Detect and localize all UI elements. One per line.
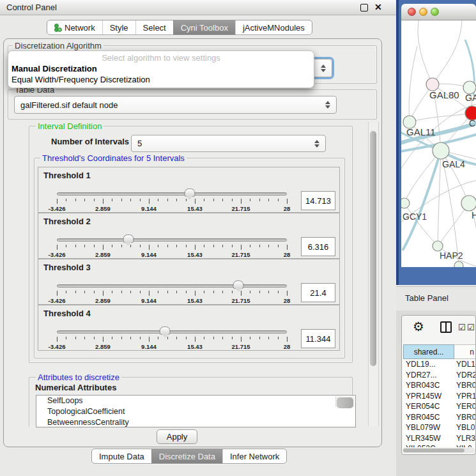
slider-track[interactable] (57, 238, 287, 242)
cell-name[interactable]: YBR0 (454, 412, 476, 423)
node-gal4[interactable] (433, 142, 449, 159)
table-data-combobox[interactable]: galFiltered.sif default node (14, 96, 337, 114)
cell-shared-name[interactable]: YIL052C (403, 443, 454, 447)
close-icon[interactable]: ✕ (374, 1, 382, 13)
zoom-traffic-light-icon[interactable] (431, 8, 439, 16)
tick-mark (140, 199, 141, 201)
cell-shared-name[interactable]: YPR145W (403, 391, 454, 402)
table-row[interactable]: YER054CYER0 (403, 401, 476, 412)
numerical-attributes-list[interactable]: SelfLoopsTopologicalCoefficientBetweenne… (36, 395, 356, 427)
cell-name[interactable]: YDR2 (454, 370, 476, 381)
slider-thumb[interactable] (184, 188, 195, 197)
node-gcy1[interactable] (401, 198, 410, 208)
attribute-list-item[interactable]: TopologicalCoefficient (36, 406, 355, 417)
tab-jactivemnodules[interactable]: jActiveMNodules (235, 20, 312, 35)
table-row[interactable]: YIL052CYIL0 (403, 443, 476, 447)
threshold-4-slider[interactable]: -3.4262.8599.14415.4321.71528 (57, 328, 287, 349)
tick-mark (158, 245, 158, 247)
threshold-3-value-field[interactable]: 21.4 (301, 283, 335, 302)
cell-name[interactable]: YBR0 (454, 380, 476, 391)
tick-mark (195, 199, 196, 204)
tab-style[interactable]: Style (102, 20, 135, 35)
cell-shared-name[interactable]: YER054C (403, 401, 454, 412)
network-window-titlebar[interactable] (401, 4, 476, 20)
list-scrollbar-thumb[interactable] (337, 397, 353, 408)
slider-thumb[interactable] (123, 234, 134, 243)
table-row[interactable]: YDL19...YDL1 (403, 359, 476, 370)
node-pink[interactable] (426, 78, 439, 91)
cell-shared-name[interactable]: YBR045C (403, 412, 454, 423)
threshold-1-slider[interactable]: -3.4262.8599.14415.4321.71528 (57, 190, 287, 211)
tick-mark (121, 199, 122, 201)
tick-mark (204, 199, 204, 201)
close-traffic-light-icon[interactable] (408, 8, 416, 16)
cell-name[interactable]: YDL1 (454, 359, 476, 370)
cell-shared-name[interactable]: YBL079W (403, 422, 454, 433)
cell-name[interactable]: YBL0 (454, 422, 476, 433)
node-right-h[interactable] (461, 196, 476, 211)
minimize-traffic-light-icon[interactable] (419, 8, 427, 16)
tick-mark (186, 291, 187, 293)
gear-icon[interactable]: ⚙ (413, 319, 424, 334)
number-of-intervals-combobox[interactable]: 5 (131, 135, 326, 152)
threshold-4-value-field[interactable]: 11.344 (301, 329, 335, 348)
float-window-icon[interactable] (360, 4, 368, 12)
attribute-list-item[interactable]: SelfLoops (36, 395, 355, 406)
cell-shared-name[interactable]: YLR345W (403, 433, 454, 444)
threshold-2-value-field[interactable]: 6.316 (301, 237, 335, 256)
tick-mark (278, 245, 279, 247)
tab-impute-data[interactable]: Impute Data (92, 449, 151, 463)
table-horizontal-scrollbar[interactable] (403, 448, 475, 453)
slider-thumb[interactable] (160, 326, 171, 335)
table-horizontal-scrollbar-thumb[interactable] (403, 449, 464, 452)
columns-icon[interactable] (440, 321, 452, 333)
cell-name[interactable]: YIL0 (454, 443, 476, 447)
slider-track[interactable] (57, 284, 287, 288)
node-top-right[interactable] (463, 81, 476, 94)
table-row[interactable]: YBL079WYBL0 (403, 422, 476, 433)
threshold-2-slider[interactable]: -3.4262.8599.14415.4321.71528 (57, 236, 287, 257)
threshold-3-slider[interactable]: -3.4262.8599.14415.4321.71528 (57, 282, 287, 303)
cell-shared-name[interactable]: YBR043C (403, 380, 454, 391)
table-row[interactable]: YPR145WYPR1 (403, 391, 476, 402)
table-row[interactable]: YLR345WYLR3 (403, 433, 476, 444)
table-row[interactable]: YDR27...YDR2 (403, 370, 476, 381)
tab-cyni-toolbox[interactable]: Cyni Toolbox (173, 20, 235, 35)
cell-shared-name[interactable]: YDL19... (403, 359, 454, 370)
slider-track[interactable] (57, 330, 287, 334)
apply-button[interactable]: Apply (157, 429, 197, 444)
node-hap2[interactable] (433, 241, 443, 251)
control-panel-titlebar: Control Panel ✕ (0, 0, 396, 15)
tick-mark (176, 199, 177, 201)
dropdown-option-manual-discretization[interactable]: Manual Discretization (12, 64, 97, 73)
table-row[interactable]: YBR043CYBR0 (403, 380, 476, 391)
slider-track[interactable] (57, 192, 287, 196)
panel-scrollbar[interactable] (368, 122, 379, 426)
checkbox-icon[interactable]: ☑ (458, 323, 466, 332)
tab-discretize-data[interactable]: Discretize Data (151, 449, 222, 463)
column-header-name[interactable]: n (454, 344, 476, 359)
list-scrollbar[interactable] (335, 396, 355, 407)
column-header-shared-name[interactable]: shared... (403, 344, 454, 359)
node-label-c: C (469, 118, 475, 128)
dropdown-hint[interactable]: Select algorithm to view settings (8, 53, 314, 63)
threshold-1-value-field[interactable]: 14.713 (301, 191, 335, 210)
attribute-list-item[interactable]: BetweennessCentrality (36, 417, 355, 427)
network-canvas[interactable]: GAL80GACGAL11GAL4GCY1HHAP2 (401, 20, 476, 267)
cell-shared-name[interactable]: YDR27... (403, 370, 454, 381)
cell-name[interactable]: YPR1 (454, 391, 476, 402)
cell-name[interactable]: YLR3 (454, 433, 476, 444)
tab-infer-network[interactable]: Infer Network (222, 449, 286, 463)
slider-ticks (57, 337, 287, 342)
panel-scrollbar-thumb[interactable] (370, 131, 376, 366)
node-bottom[interactable] (454, 261, 463, 267)
cell-name[interactable]: YER0 (454, 401, 476, 412)
tick-mark (103, 291, 104, 296)
checkbox-icon[interactable]: ☑ (467, 323, 475, 332)
number-of-intervals-label: Number of Intervals (51, 137, 129, 146)
slider-thumb[interactable] (233, 280, 244, 289)
tab-network[interactable]: Network (47, 20, 102, 35)
dropdown-option-equal-width[interactable]: Equal Width/Frequency Discretization (12, 75, 150, 84)
table-row[interactable]: YBR045CYBR0 (403, 412, 476, 423)
tab-select[interactable]: Select (135, 20, 173, 35)
